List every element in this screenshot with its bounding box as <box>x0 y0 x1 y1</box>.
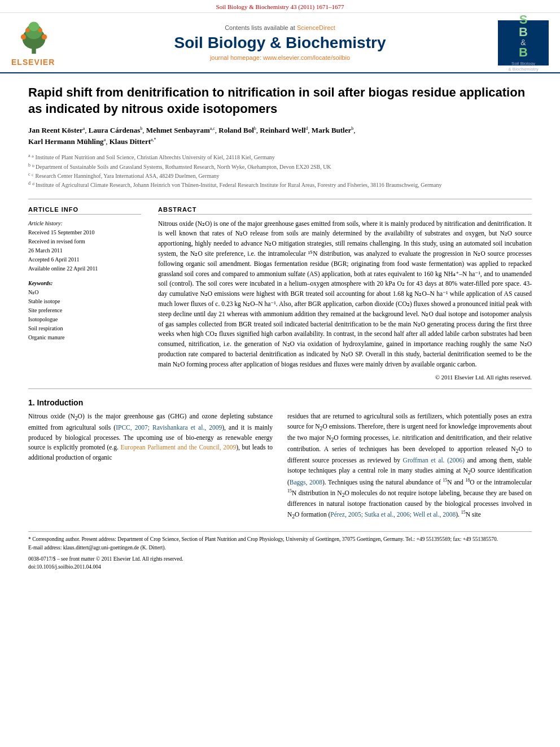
keywords-list: N₂O Stable isotope Site preference Isoto… <box>28 288 141 342</box>
intro-title: 1. Introduction <box>28 398 532 407</box>
intro-left-para: Nitrous oxide (N2O) is the major greenho… <box>28 412 273 463</box>
corresponding-note: * Corresponding author. Present address:… <box>28 535 532 543</box>
logo-b2: B <box>519 46 528 59</box>
footnotes: * Corresponding author. Present address:… <box>28 531 532 571</box>
abstract-text: Nitrous oxide (N₂O) is one of the major … <box>158 219 532 370</box>
abstract-column: ABSTRACT Nitrous oxide (N₂O) is one of t… <box>158 206 532 381</box>
journal-logo-box: S B & B Soil Biology& Biochemistry <box>498 20 549 65</box>
author-mark: Mark Butlerb <box>312 126 353 134</box>
article-info-heading: ARTICLE INFO <box>28 206 141 215</box>
keyword-3: Site preference <box>28 306 141 315</box>
logo-b: B <box>519 26 528 38</box>
section-divider-1 <box>28 199 532 199</box>
affiliation-c: c ᶜ Research Center Hanninghof, Yara Int… <box>28 171 532 180</box>
svg-point-7 <box>38 28 42 32</box>
journal-title: Soil Biology & Biochemistry <box>73 33 487 53</box>
and-text: and <box>487 434 496 441</box>
section-divider-2 <box>28 388 532 389</box>
journal-logo-right: S B & B Soil Biology& Biochemistry <box>487 20 549 65</box>
received-date: Received 15 September 2010 <box>28 228 141 237</box>
keyword-2: Stable isotope <box>28 297 141 306</box>
svg-point-6 <box>25 28 29 32</box>
doi-text: doi:10.1016/j.soilbio.2011.04.004 <box>28 563 532 571</box>
copyright-line: © 2011 Elsevier Ltd. All rights reserved… <box>158 374 532 381</box>
intro-right-para: residues that are returned to agricultur… <box>287 412 532 522</box>
email-note: E-mail address: klaus.dittert@agr.uni-go… <box>28 544 532 552</box>
sciencedirect-line: Contents lists available at ScienceDirec… <box>73 24 487 31</box>
author-laura: Laura Cárdenasb <box>89 126 142 134</box>
ipcc-link[interactable]: IPCC, 2007; Ravishankara et al., 2009 <box>116 424 222 431</box>
article-info-column: ARTICLE INFO Article history: Received 1… <box>28 206 141 381</box>
elsevier-logo-area: ELSEVIER <box>11 19 73 67</box>
abstract-heading: ABSTRACT <box>158 206 532 215</box>
author-karl: Karl Hermann Mühlinga <box>28 137 106 146</box>
elsevier-logo: ELSEVIER <box>11 19 73 67</box>
svg-point-4 <box>21 34 26 40</box>
history-label: Article history: <box>28 219 141 228</box>
accepted-date: Accepted 6 April 2011 <box>28 255 141 264</box>
groffman-link[interactable]: Groffman et al. (2006) <box>403 457 465 464</box>
issn-line: 0038-0717/$ – see front matter © 2011 El… <box>28 555 532 571</box>
author-mehmet: Mehmet Senbayrama,c <box>146 126 215 134</box>
elsevier-tree-icon <box>11 19 56 55</box>
keyword-5: Soil respiration <box>28 324 141 333</box>
journal-header: ELSEVIER Contents lists available at Sci… <box>0 13 560 73</box>
article-info-table: Article history: Received 15 September 2… <box>28 219 141 273</box>
intro-right-col: residues that are returned to agricultur… <box>287 412 532 526</box>
author-jan: Jan Reent Köstera <box>28 126 85 134</box>
journal-header-center: Contents lists available at ScienceDirec… <box>73 24 487 62</box>
eu-link[interactable]: European Parliament and the Council, 200… <box>121 444 237 451</box>
affiliations: a ᵃ Institute of Plant Nutrition and Soi… <box>28 152 532 189</box>
author-klaus: Klaus Ditterta,* <box>110 137 156 146</box>
keywords-section: Keywords: N₂O Stable isotope Site prefer… <box>28 280 141 342</box>
author-roland: Roland Bolb <box>218 126 256 134</box>
page: Soil Biology & Biochemistry 43 (2011) 16… <box>0 0 560 747</box>
revised-label: Received in revised form <box>28 237 141 246</box>
revised-date: 26 March 2011 <box>28 246 141 255</box>
article-title: Rapid shift from denitrification to nitr… <box>28 85 532 117</box>
introduction-section: 1. Introduction Nitrous oxide (N2O) is t… <box>28 398 532 526</box>
sciencedirect-link[interactable]: ScienceDirect <box>297 24 335 31</box>
issn-text: 0038-0717/$ – see front matter © 2011 El… <box>28 555 532 563</box>
affiliation-a: a ᵃ Institute of Plant Nutrition and Soi… <box>28 152 532 161</box>
author-reinhard: Reinhard Welld <box>260 126 308 134</box>
svg-point-5 <box>42 34 47 40</box>
logo-subtitle: Soil Biology& Biochemistry <box>508 61 538 72</box>
keyword-4: Isotopologue <box>28 315 141 324</box>
perez-link[interactable]: Pérez, 2005; Sutka et al., 2006; Well et… <box>330 511 456 518</box>
intro-two-col: Nitrous oxide (N2O) is the major greenho… <box>28 412 532 526</box>
logo-s: S <box>519 14 528 26</box>
keyword-6: Organic manure <box>28 333 141 342</box>
elsevier-wordmark: ELSEVIER <box>11 58 55 67</box>
intro-left-col: Nitrous oxide (N2O) is the major greenho… <box>28 412 273 526</box>
keyword-1: N₂O <box>28 288 141 297</box>
authors-line: Jan Reent Köstera, Laura Cárdenasb, Mehm… <box>28 125 532 147</box>
article-content: Rapid shift from denitrification to nitr… <box>0 73 560 588</box>
affiliation-b: b ᵇ Department of Sustainable Soils and … <box>28 162 532 171</box>
journal-issue-info: Soil Biology & Biochemistry 43 (2011) 16… <box>216 3 344 10</box>
journal-homepage: journal homepage: www.elsevier.com/locat… <box>73 54 487 61</box>
article-info-abstract-row: ARTICLE INFO Article history: Received 1… <box>28 206 532 381</box>
svg-point-3 <box>29 22 40 32</box>
available-date: Available online 22 April 2011 <box>28 264 141 273</box>
affiliation-d: d ᵈ Institute of Agricultural Climate Re… <box>28 180 532 189</box>
keywords-label: Keywords: <box>28 280 141 286</box>
baggs-link[interactable]: Baggs, 2008 <box>290 479 322 486</box>
top-bar: Soil Biology & Biochemistry 43 (2011) 16… <box>0 0 560 13</box>
